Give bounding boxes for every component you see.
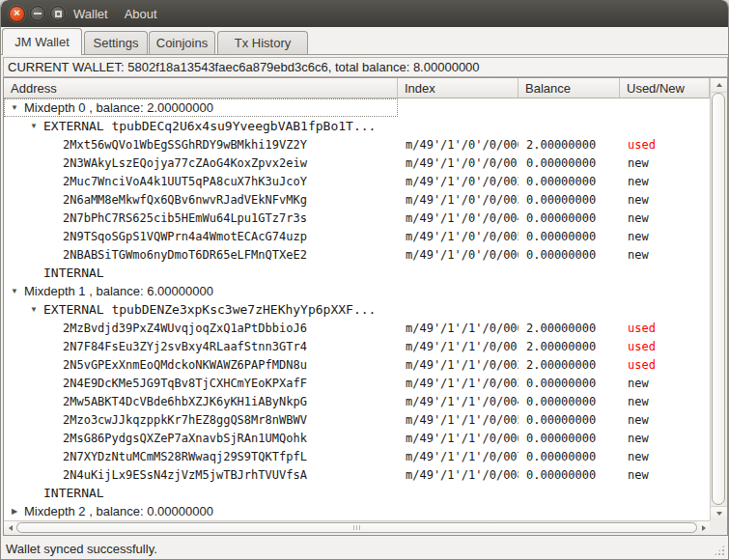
row-label: 2N3WAkyLszEQojya77cZAoG4KoxZpvx2eiw xyxy=(63,156,307,170)
table-row[interactable]: ▼ 2N9TSqoSGpS1VQWPrn4a4WmotECAcG74uzp m/… xyxy=(4,227,710,245)
expander-icon[interactable]: ▼ xyxy=(27,306,41,314)
address-cell: ▼ 2Mxt56wQVo1WbEgSSGhRDY9wBMkhi19VZ2Y xyxy=(4,135,398,154)
table-row[interactable]: ▼ 2Mw5ABKT4DcVBde6hbXZJK6yKH1iAByNkpG m/… xyxy=(4,392,710,410)
index-cell: m/49'/1'/0'/0/002 xyxy=(398,175,519,188)
address-cell: ▼ 2Muc7WnciVoA4k1UUT5qPA8cuX7hK3uJcoY xyxy=(4,172,398,190)
row-label: 2N4E9DcKMe5JG9TqBv8TjCXHCmYEoKPXafF xyxy=(63,377,307,390)
status-cell: new xyxy=(620,450,710,463)
grip-icon xyxy=(353,525,354,530)
horizontal-scrollbar-thumb[interactable] xyxy=(16,522,697,533)
horizontal-scrollbar[interactable] xyxy=(4,520,710,535)
row-label: Mixdepth 0 , balance: 2.00000000 xyxy=(24,100,213,115)
row-label: 2MsG86PydgsQXZeP7aXnavbSjRAn1UMQohk xyxy=(63,432,307,445)
vertical-scrollbar-thumb[interactable] xyxy=(712,93,725,505)
scroll-right-button[interactable] xyxy=(697,521,710,535)
menu-wallet[interactable]: Wallet xyxy=(73,7,108,21)
balance-cell: 0.00000000 xyxy=(519,468,620,482)
table-row[interactable]: ▼ 2N7F84FsEu3ZYj2svBxy4RLaafStnn3GTr4 m/… xyxy=(4,337,710,355)
tree-header: Address Index Balance Used/New xyxy=(4,78,710,98)
index-cell: m/49'/1'/1'/0/007 xyxy=(398,450,519,463)
scroll-down-button[interactable] xyxy=(711,506,727,520)
table-row[interactable]: ▼ 2N4E9DcKMe5JG9TqBv8TjCXHCmYEoKPXafF m/… xyxy=(4,374,710,392)
vertical-scrollbar[interactable] xyxy=(710,78,727,520)
expander-icon[interactable]: ▼ xyxy=(8,288,21,295)
row-label: Mixdepth 1 , balance: 6.00000000 xyxy=(24,284,213,298)
status-bar: Wallet synced successfully. xyxy=(1,537,729,560)
tree-viewport: ▼ Mixdepth 0 , balance: 2.00000000 ▼ EXT… xyxy=(4,98,710,520)
table-row[interactable]: ▼ 2MsG86PydgsQXZeP7aXnavbSjRAn1UMQohk m/… xyxy=(4,429,710,447)
table-row[interactable]: ▼ 2MzBvdjd39PxZ4WUvqjoqZxQ1aPtDbbioJ6 m/… xyxy=(4,319,710,337)
table-row[interactable]: ▼ 2N5vGPExXnmEoQMdckoNKWAWZ6PAPfMDN8u m/… xyxy=(4,355,710,374)
table-row[interactable]: ▼ EXTERNAL tpubDENZe3xpKsc3we7zHEKhyYp6p… xyxy=(4,300,710,319)
table-row[interactable]: ▼ 2N7XYDzNtuMCmMS28RWwaqj29S9TQKTfpfL m/… xyxy=(4,447,710,465)
status-cell: new xyxy=(620,230,710,243)
status-cell: new xyxy=(620,377,710,390)
menu-about[interactable]: About xyxy=(125,7,157,21)
table-row[interactable]: ▼ INTERNAL xyxy=(4,484,710,502)
balance-cell: 0.00000000 xyxy=(519,413,620,427)
balance-cell: 2.00000000 xyxy=(519,358,620,372)
tab-tx-history[interactable]: Tx History xyxy=(217,31,308,54)
expander-icon[interactable]: ▼ xyxy=(8,104,21,112)
balance-cell: 0.00000000 xyxy=(519,377,620,390)
table-row[interactable]: ▼ 2NBABSiTGWmo6nyDmoT6DR65eLFMnQTXeE2 m/… xyxy=(4,245,710,264)
address-cell: ▶ Mixdepth 2 , balance: 0.00000000 xyxy=(4,502,398,520)
address-cell: ▼ Mixdepth 1 , balance: 6.00000000 xyxy=(4,282,398,300)
maximize-button[interactable] xyxy=(50,6,66,21)
status-cell: new xyxy=(620,211,710,225)
address-cell: ▼ 2N6aMM8eMkwfQx6QBv6nwvRJadVEkNFvMKg xyxy=(4,190,398,209)
index-cell: m/49'/1'/1'/0/003 xyxy=(398,377,519,390)
address-cell: ▼ INTERNAL xyxy=(4,484,398,502)
close-button[interactable]: × xyxy=(9,6,25,22)
status-cell: used xyxy=(620,340,710,353)
minimize-button[interactable] xyxy=(30,6,45,21)
address-cell: ▼ 2Mw5ABKT4DcVBde6hbXZJK6yKH1iAByNkpG xyxy=(4,392,398,410)
table-row[interactable]: ▼ Mixdepth 0 , balance: 2.00000000 xyxy=(4,98,710,117)
balance-cell: 0.00000000 xyxy=(519,175,620,188)
column-header-index[interactable]: Index xyxy=(398,78,519,98)
tab-settings[interactable]: Settings xyxy=(84,31,148,54)
table-row[interactable]: ▼ 2N3WAkyLszEQojya77cZAoG4KoxZpvx2eiw m/… xyxy=(4,154,710,172)
column-header-balance[interactable]: Balance xyxy=(519,78,620,98)
status-cell: new xyxy=(620,395,710,408)
table-row[interactable]: ▼ Mixdepth 1 , balance: 6.00000000 xyxy=(4,282,710,300)
scroll-left-button[interactable] xyxy=(4,521,16,535)
scroll-up-button[interactable] xyxy=(711,78,727,93)
table-row[interactable]: ▼ 2N4uKijLx9ESsN4zjVzM5jwTBJrhTVUVfsA m/… xyxy=(4,465,710,484)
column-header-address[interactable]: Address xyxy=(4,78,398,98)
row-label: 2N6aMM8eMkwfQx6QBv6nwvRJadVEkNFvMKg xyxy=(63,193,307,207)
balance-cell: 0.00000000 xyxy=(519,248,620,262)
address-cell: ▼ 2N9TSqoSGpS1VQWPrn4a4WmotECAcG74uzp xyxy=(4,227,398,245)
column-header-used-new[interactable]: Used/New xyxy=(620,78,710,98)
jm-wallet-tab-pane: CURRENT WALLET: 5802f18a13543faec6a879eb… xyxy=(1,54,729,537)
table-row[interactable]: ▼ 2Mxt56wQVo1WbEgSSGhRDY9wBMkhi19VZ2Y m/… xyxy=(4,135,710,154)
index-cell: m/49'/1'/0'/0/000 xyxy=(398,138,519,152)
table-row[interactable]: ▼ INTERNAL xyxy=(4,264,710,282)
expander-icon[interactable]: ▶ xyxy=(8,508,21,516)
table-row[interactable]: ▼ 2Mzo3cwJJkqzppkKr7hEZ8ggQS8Mr8nWBWV m/… xyxy=(4,410,710,429)
status-cell: used xyxy=(620,322,710,335)
table-row[interactable]: ▼ 2N7bPhC7RS625cib5HEmWu64Lpu1GTz7r3s m/… xyxy=(4,209,710,227)
balance-cell: 0.00000000 xyxy=(519,211,620,225)
status-text: Wallet synced successfully. xyxy=(6,542,157,556)
address-cell: ▼ 2N4E9DcKMe5JG9TqBv8TjCXHCmYEoKPXafF xyxy=(4,374,398,392)
index-cell: m/49'/1'/1'/0/004 xyxy=(398,395,519,408)
index-cell: m/49'/1'/1'/0/006 xyxy=(398,432,519,445)
tab-jm-wallet[interactable]: JM Wallet xyxy=(2,28,82,55)
address-cell: ▼ INTERNAL xyxy=(4,264,398,282)
table-row[interactable]: ▼ 2Muc7WnciVoA4k1UUT5qPA8cuX7hK3uJcoY m/… xyxy=(4,172,710,190)
table-row[interactable]: ▼ EXTERNAL tpubDECq2U6x4su9YveegbVAB1fpB… xyxy=(4,117,710,135)
status-cell: used xyxy=(620,138,710,152)
expander-icon[interactable]: ▼ xyxy=(27,123,41,130)
window-buttons: × xyxy=(9,6,66,22)
row-label: Mixdepth 2 , balance: 0.00000000 xyxy=(24,504,213,518)
index-cell: m/49'/1'/0'/0/001 xyxy=(398,156,519,170)
address-cell: ▼ 2MsG86PydgsQXZeP7aXnavbSjRAn1UMQohk xyxy=(4,429,398,447)
table-row[interactable]: ▶ Mixdepth 2 , balance: 0.00000000 xyxy=(4,502,710,520)
tab-coinjoins[interactable]: Coinjoins xyxy=(149,31,215,54)
address-cell: ▼ 2N7bPhC7RS625cib5HEmWu64Lpu1GTz7r3s xyxy=(4,209,398,227)
index-cell: m/49'/1'/0'/0/005 xyxy=(398,230,519,243)
caret-down-icon xyxy=(716,512,722,516)
index-cell: m/49'/1'/0'/0/006 xyxy=(398,248,519,262)
table-row[interactable]: ▼ 2N6aMM8eMkwfQx6QBv6nwvRJadVEkNFvMKg m/… xyxy=(4,190,710,209)
